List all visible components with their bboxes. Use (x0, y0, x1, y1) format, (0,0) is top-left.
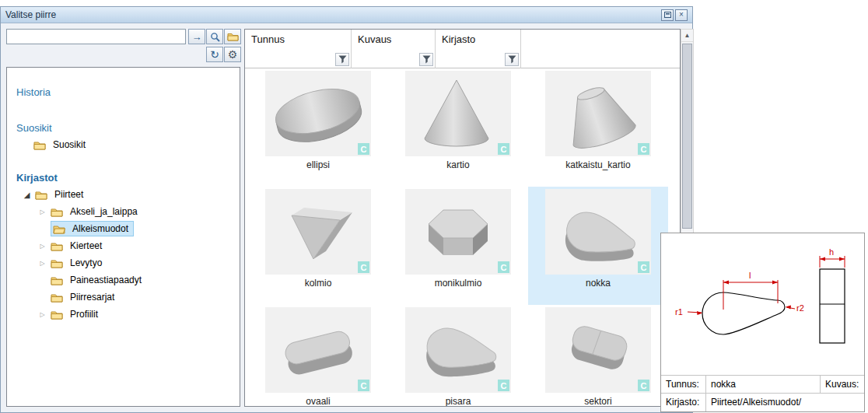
go-button[interactable]: → (188, 29, 205, 44)
feature-label: monikulmio (435, 278, 482, 289)
feature-cell-nokka[interactable]: C nokka (528, 187, 668, 305)
float-window-button[interactable] (661, 9, 674, 21)
filter-button-kuvaus[interactable] (419, 53, 433, 66)
go-arrow-icon: → (192, 31, 202, 43)
feature-label: kolmio (305, 278, 332, 289)
browse-folder-button[interactable] (224, 29, 241, 44)
expander-closed-icon[interactable]: ▷ (38, 243, 47, 250)
vertex-badge-icon: C (638, 143, 649, 155)
preview-popup: l r1 r2 h Tunnus: nokka Kuvaus: Kirjasto… (660, 233, 865, 412)
tree-item-paineastiapaadyt[interactable]: Paineastiapaadyt (7, 271, 240, 289)
tree-item-piirteet[interactable]: ◢ Piirteet (7, 186, 240, 203)
tunnus-label: Tunnus: (661, 376, 706, 393)
gear-icon: ⚙ (228, 48, 238, 61)
expander-closed-icon[interactable]: ▷ (38, 311, 47, 318)
close-icon: × (679, 10, 684, 19)
library-tree-panel: Historia Suosikit Suosikit Kirjastot ◢ P… (6, 67, 240, 407)
vertex-badge-icon: C (498, 261, 509, 273)
refresh-button[interactable]: ↻ (206, 47, 223, 62)
thumbnail: C (405, 71, 511, 156)
close-button[interactable]: × (675, 9, 688, 21)
scroll-up-button[interactable]: ▲ (681, 30, 693, 42)
vertex-badge-icon: C (358, 143, 369, 155)
expander-open-icon[interactable]: ◢ (23, 191, 31, 199)
search-button[interactable] (206, 29, 223, 44)
tree-section-suosikit[interactable]: Suosikit (7, 119, 240, 136)
search-icon (210, 32, 220, 42)
feature-cell-kartio[interactable]: C kartio (388, 68, 528, 187)
filter-button-kirjasto[interactable] (505, 53, 519, 66)
kuvaus-label: Kuvaus: (821, 376, 864, 393)
dim-l-label: l (749, 271, 751, 280)
tree-item-label: Alkeismuodot (69, 222, 131, 236)
feature-cell-kolmio[interactable]: C kolmio (248, 187, 388, 305)
dimension-h (820, 256, 845, 268)
column-header-tunnus[interactable]: Tunnus (245, 30, 352, 68)
column-header-kuvaus[interactable]: Kuvaus (352, 30, 436, 68)
tree-item-label: Piirresarjat (67, 290, 117, 304)
dim-r2-label: r2 (796, 303, 804, 313)
folder-icon (51, 310, 63, 320)
thumbnail: C (265, 189, 371, 275)
feature-label: nokka (586, 278, 611, 289)
vertex-badge-icon: C (358, 380, 369, 391)
filter-funnel-icon (422, 55, 431, 64)
column-header-kirjasto[interactable]: Kirjasto (436, 30, 521, 68)
folder-icon (51, 207, 63, 217)
vertex-badge-icon: C (498, 143, 509, 155)
feature-cell-katkaistu-kartio[interactable]: C katkaistu_kartio (528, 68, 668, 187)
thumbnail: C (545, 71, 651, 156)
thumbnail: C (545, 189, 651, 275)
column-label: Kirjasto (436, 30, 520, 45)
expander-closed-icon[interactable]: ▷ (38, 208, 47, 215)
feature-cell-sektori[interactable]: C sektori (528, 305, 668, 407)
monikulmio-shape-icon (405, 189, 511, 275)
feature-label: sektori (584, 396, 611, 407)
dim-r1-label: r1 (675, 307, 683, 317)
expander-closed-icon[interactable]: ▷ (38, 260, 47, 267)
katkaistu-kartio-shape-icon (545, 71, 651, 156)
tree-item-label: Suosikit (50, 138, 89, 152)
feature-label: pisara (446, 396, 471, 407)
tree-item-levytyo[interactable]: ▷ Levytyo (7, 254, 240, 271)
float-window-icon (664, 12, 671, 18)
tree-item-label: Kierteet (67, 239, 105, 253)
feature-cell-monikulmio[interactable]: C monikulmio (388, 187, 528, 305)
tree-item-label: Paineastiapaadyt (67, 273, 145, 287)
thumbnail: C (405, 307, 511, 393)
thumbnail: C (265, 71, 371, 156)
arrow-up-icon: ▲ (684, 32, 691, 39)
spacer (7, 153, 240, 169)
tree-item-label: Profiilit (67, 307, 101, 321)
filter-button-tunnus[interactable] (335, 53, 349, 66)
tree-item-kierteet[interactable]: ▷ Kierteet (7, 237, 240, 254)
feature-grid: C ellipsi C kartio (248, 68, 678, 407)
vertex-badge-icon: C (638, 380, 649, 391)
feature-label: kartio (446, 159, 469, 170)
tree-item-piirresarjat[interactable]: Piirresarjat (7, 289, 240, 306)
feature-cell-pisara[interactable]: C pisara (388, 305, 528, 407)
info-row-tunnus: Tunnus: nokka Kuvaus: (661, 376, 864, 394)
tree-item-akseli-ja-laippa[interactable]: ▷ Akseli_ja_laippa (7, 203, 240, 220)
folder-icon (51, 292, 63, 303)
vertex-badge-icon: C (498, 380, 509, 391)
dimension-l (723, 280, 778, 310)
preview-info-table: Tunnus: nokka Kuvaus: Kirjasto: Piirteet… (661, 375, 864, 411)
dim-h-label: h (829, 247, 834, 257)
scrollbar-thumb[interactable] (682, 44, 692, 229)
thumbnail: C (405, 189, 511, 275)
pisara-shape-icon (405, 307, 511, 393)
tree-item-suosikit[interactable]: Suosikit (7, 136, 240, 153)
tree-section-historia[interactable]: Historia (7, 83, 240, 100)
settings-button[interactable]: ⚙ (224, 47, 241, 62)
feature-cell-ellipsi[interactable]: C ellipsi (248, 68, 388, 187)
titlebar[interactable]: Valitse piirre × (1, 7, 692, 23)
spacer (7, 100, 240, 119)
search-input[interactable] (6, 29, 186, 44)
sektori-shape-icon (545, 307, 651, 393)
filter-funnel-icon (338, 55, 347, 64)
tree-item-profiilit[interactable]: ▷ Profiilit (7, 306, 240, 323)
tree-item-alkeismuodot[interactable]: Alkeismuodot (7, 220, 240, 237)
column-label: Tunnus (245, 30, 351, 45)
feature-cell-ovaali[interactable]: C ovaali (248, 305, 388, 407)
